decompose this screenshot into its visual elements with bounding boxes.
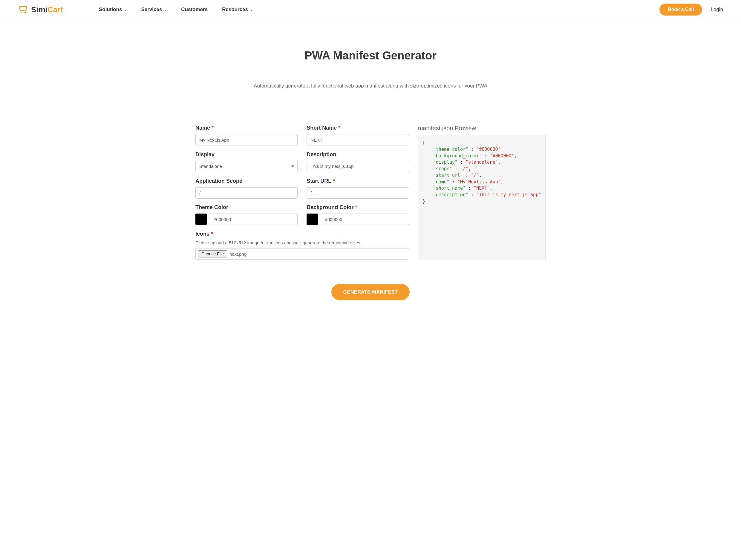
chevron-down-icon: ⌄ (250, 7, 253, 12)
nav-customers[interactable]: Customers (181, 7, 208, 12)
page-subtitle: Automatically generate a fully functiona… (195, 83, 546, 89)
logo-text-1: Simi (31, 5, 48, 14)
required-mark: * (338, 125, 340, 131)
start-url-label: Start URL * (307, 178, 409, 184)
generate-manifest-button[interactable]: GENERATE MANIFEST (331, 284, 410, 300)
icons-helper: Please upload a 512x512 image for the ic… (195, 240, 409, 245)
theme-color-input[interactable] (210, 214, 297, 225)
start-url-input[interactable] (307, 187, 409, 199)
book-call-button[interactable]: Book a Call (660, 4, 702, 15)
display-label: Display (195, 151, 297, 158)
form: Name * Short Name * Display Standalone D… (195, 125, 409, 260)
theme-color-label: Theme Color (195, 204, 297, 211)
name-input[interactable] (195, 134, 297, 145)
nav-customers-label: Customers (181, 7, 208, 12)
svg-point-1 (24, 12, 26, 13)
icons-label: Icons * (195, 231, 409, 237)
logo[interactable]: SimiCart (18, 5, 63, 14)
file-input-wrap[interactable]: Choose File next.png (195, 248, 409, 260)
field-icons: Icons * Please upload a 512x512 image fo… (195, 231, 409, 260)
field-theme-color: Theme Color (195, 204, 297, 225)
theme-color-swatch[interactable] (195, 214, 207, 225)
nav-services-label: Services (141, 7, 162, 12)
scope-input[interactable] (195, 187, 297, 199)
required-mark: * (333, 178, 335, 184)
bg-color-input[interactable] (321, 214, 409, 225)
field-short-name: Short Name * (307, 125, 409, 146)
chevron-down-icon: ⌄ (124, 7, 127, 12)
cart-icon (18, 5, 29, 14)
nav-solutions[interactable]: Solutions ⌄ (99, 7, 127, 12)
main-nav: Solutions ⌄ Services ⌄ Customers Resourc… (99, 7, 253, 12)
bg-color-swatch[interactable] (307, 214, 318, 225)
bg-color-label: Background Color * (307, 204, 409, 211)
choose-file-button[interactable]: Choose File (198, 250, 227, 258)
nav-resources-label: Resources (222, 7, 248, 12)
preview-column: manifest.json Preview { "theme_color" : … (418, 125, 546, 260)
field-start-url: Start URL * (307, 178, 409, 199)
nav-resources[interactable]: Resources ⌄ (222, 7, 253, 12)
display-select[interactable]: Standalone (195, 161, 297, 172)
header-right: Book a Call Login (660, 4, 723, 15)
required-mark: * (355, 204, 357, 210)
required-mark: * (211, 231, 213, 237)
logo-text-2: Cart (48, 5, 63, 14)
field-bg-color: Background Color * (307, 204, 409, 225)
description-label: Description (307, 151, 409, 158)
nav-services[interactable]: Services ⌄ (141, 7, 167, 12)
field-name: Name * (195, 125, 297, 146)
field-description: Description (307, 151, 409, 172)
page-title: PWA Manifest Generator (195, 49, 546, 62)
file-name: next.png (229, 252, 247, 257)
field-scope: Application Scope (195, 178, 297, 199)
scope-label: Application Scope (195, 178, 297, 184)
nav-solutions-label: Solutions (99, 7, 122, 12)
chevron-down-icon: ⌄ (164, 7, 167, 12)
preview-title: manifest.json Preview (418, 125, 546, 132)
json-preview: { "theme_color" : "#000000", "background… (418, 135, 546, 260)
svg-point-0 (21, 12, 22, 13)
short-name-input[interactable] (307, 134, 409, 145)
description-input[interactable] (307, 161, 409, 172)
login-link[interactable]: Login (711, 7, 723, 12)
field-display: Display Standalone (195, 151, 297, 172)
name-label: Name * (195, 125, 297, 131)
short-name-label: Short Name * (307, 125, 409, 131)
site-header: SimiCart Solutions ⌄ Services ⌄ Customer… (0, 0, 741, 19)
required-mark: * (211, 125, 214, 131)
